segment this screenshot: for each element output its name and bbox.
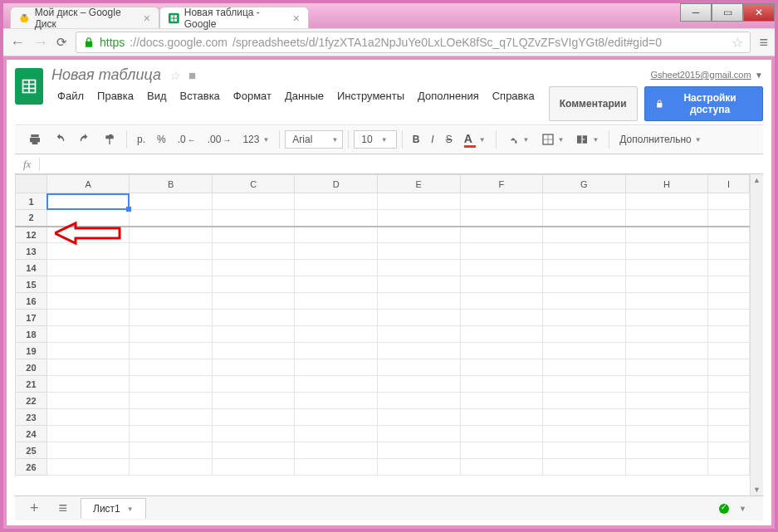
dec-decrease-button[interactable]: .0←	[173, 130, 201, 149]
bookmark-icon[interactable]: ☆	[732, 35, 743, 51]
menu-view[interactable]: Вид	[141, 87, 173, 105]
forward-button[interactable]: →	[33, 34, 48, 51]
col-header[interactable]: I	[708, 175, 750, 193]
chrome-menu-icon[interactable]: ≡	[759, 34, 768, 51]
menu-file[interactable]: Файл	[51, 87, 90, 105]
row-header[interactable]: 16	[16, 293, 47, 310]
row-header[interactable]: 1	[16, 193, 47, 210]
browser-tab-drive[interactable]: Мой диск – Google Диск ×	[10, 7, 159, 28]
sheets-icon	[169, 12, 179, 24]
row-header[interactable]: 21	[16, 376, 47, 393]
col-header[interactable]: A	[46, 175, 130, 193]
borders-button[interactable]: ▼	[536, 129, 570, 149]
url-host: ://docs.google.com	[130, 36, 228, 49]
svg-marker-13	[55, 223, 120, 243]
row-header[interactable]: 20	[16, 359, 47, 376]
row-header[interactable]: 25	[16, 442, 47, 459]
font-size-select[interactable]: 10▼	[354, 130, 396, 149]
menu-tools[interactable]: Инструменты	[331, 87, 410, 105]
row-header[interactable]: 2	[16, 210, 47, 227]
row-header[interactable]: 18	[16, 326, 47, 343]
row-header[interactable]: 24	[16, 426, 47, 442]
paint-format-button[interactable]	[98, 129, 121, 149]
font-select[interactable]: Arial▼	[285, 130, 343, 149]
annotation-arrow	[55, 221, 121, 246]
fill-color-button[interactable]: ▼	[502, 129, 535, 149]
doc-title[interactable]: Новая таблица	[51, 66, 161, 84]
url-protocol: https	[100, 36, 125, 49]
lock-icon	[83, 37, 95, 48]
print-button[interactable]	[23, 129, 46, 149]
comments-button[interactable]: Комментарии	[549, 86, 638, 121]
url-path: /spreadsheets/d/1fyzXTA1a2NpJuYe0LxLOeK8…	[232, 36, 662, 49]
tab-label: Новая таблица - Google	[184, 7, 285, 30]
address-bar[interactable]: https://docs.google.com/spreadsheets/d/1…	[76, 32, 751, 53]
italic-button[interactable]: I	[426, 130, 438, 149]
text-color-button[interactable]: A▼	[459, 129, 491, 151]
sheets-logo[interactable]	[15, 68, 43, 105]
menu-format[interactable]: Формат	[228, 87, 277, 105]
row-header[interactable]: 12	[16, 227, 47, 243]
close-icon[interactable]: ×	[144, 12, 150, 25]
chevron-down-icon[interactable]: ▼	[739, 505, 746, 513]
share-label: Настройки доступа	[668, 92, 752, 115]
fx-label: fx	[15, 158, 40, 171]
formula-input[interactable]	[40, 154, 763, 173]
col-header[interactable]: D	[295, 175, 378, 193]
user-email[interactable]: Gsheet2015@gmail.com	[650, 70, 751, 80]
number-format-button[interactable]: 123▼	[237, 130, 274, 149]
row-header[interactable]: 17	[16, 310, 47, 326]
maximize-button[interactable]: ▭	[712, 3, 743, 22]
row-header[interactable]: 26	[16, 459, 47, 476]
menu-data[interactable]: Данные	[279, 87, 330, 105]
star-icon[interactable]: ☆	[169, 69, 180, 82]
bold-button[interactable]: B	[408, 130, 425, 149]
browser-tab-sheets[interactable]: Новая таблица - Google ×	[159, 7, 309, 28]
cell-a1[interactable]	[46, 193, 130, 210]
all-sheets-button[interactable]: ≡	[52, 500, 75, 517]
reload-button[interactable]: ⟳	[56, 35, 67, 50]
more-button[interactable]: Дополнительно▼	[614, 130, 706, 149]
currency-button[interactable]: р.	[132, 130, 150, 149]
col-header[interactable]: B	[130, 175, 213, 193]
row-header[interactable]: 22	[16, 393, 47, 409]
col-header[interactable]: H	[625, 175, 708, 193]
menu-edit[interactable]: Правка	[91, 87, 139, 105]
col-header[interactable]: C	[212, 175, 295, 193]
col-header[interactable]: E	[378, 175, 461, 193]
close-button[interactable]: ✕	[743, 3, 775, 22]
drive-icon	[19, 12, 30, 24]
menu-addons[interactable]: Дополнения	[412, 87, 485, 105]
close-icon[interactable]: ×	[293, 12, 300, 25]
minimize-button[interactable]: ─	[680, 3, 712, 22]
percent-button[interactable]: %	[152, 130, 171, 149]
col-header[interactable]: G	[543, 175, 626, 193]
select-all-corner[interactable]	[16, 175, 47, 193]
col-header[interactable]: F	[460, 175, 543, 193]
vertical-scrollbar[interactable]	[750, 174, 763, 495]
row-header[interactable]: 15	[16, 276, 47, 293]
folder-icon[interactable]: ■	[188, 68, 196, 82]
strike-button[interactable]: S	[441, 130, 458, 149]
back-button[interactable]: ←	[10, 34, 25, 51]
spreadsheet-grid[interactable]: A B C D E F G H I 1 2 12 13 14 15	[15, 174, 750, 476]
add-sheet-button[interactable]: +	[23, 500, 46, 517]
tab-label: Мой диск – Google Диск	[35, 7, 135, 30]
row-header[interactable]: 23	[16, 409, 47, 426]
lock-icon	[655, 99, 664, 109]
merge-button[interactable]: ▼	[570, 129, 604, 149]
dec-increase-button[interactable]: .00→	[203, 130, 237, 149]
row-header[interactable]: 19	[16, 343, 47, 359]
redo-button[interactable]	[73, 129, 96, 149]
share-button[interactable]: Настройки доступа	[644, 86, 763, 121]
sheet-tab-1[interactable]: Лист1▼	[81, 498, 146, 519]
undo-button[interactable]	[48, 129, 71, 149]
row-header[interactable]: 14	[16, 260, 47, 276]
status-indicator[interactable]	[719, 504, 729, 514]
menu-help[interactable]: Справка	[487, 87, 541, 105]
menu-insert[interactable]: Вставка	[174, 87, 226, 105]
row-header[interactable]: 13	[16, 243, 47, 260]
chevron-down-icon[interactable]: ▼	[755, 71, 763, 80]
